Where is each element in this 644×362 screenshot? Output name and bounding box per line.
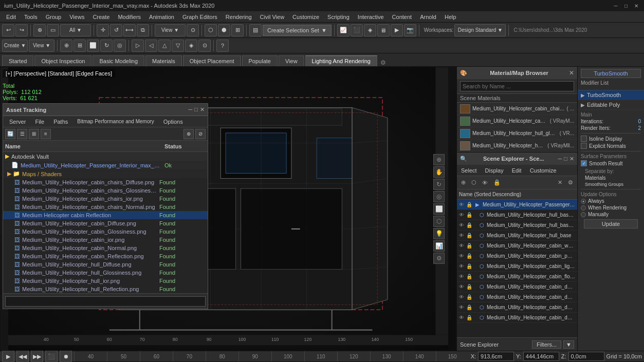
transform-button[interactable]: ⧉ (137, 24, 149, 36)
vp-light-btn[interactable]: 💡 (433, 228, 445, 239)
menu-customize[interactable]: Customize (288, 13, 323, 21)
se-eye-8[interactable]: 👁 (459, 294, 466, 300)
arc-rotate-btn[interactable]: ↻ (100, 40, 113, 52)
asset-menu-bitmap[interactable]: Bitmap Performance and Memory (73, 118, 158, 125)
mod-when-render-radio[interactable] (581, 205, 586, 211)
se-tb-eye[interactable]: 👁 (480, 179, 490, 187)
select-region-button[interactable]: ▭ (47, 24, 59, 36)
tl-x-field[interactable]: 913,6cm (478, 352, 514, 361)
render-setup-button[interactable]: 🖥 (377, 24, 390, 36)
asset-map-4[interactable]: 🖼 Medium Helicopter cabin Reflection Fou… (3, 211, 208, 219)
create-sel-set-button[interactable]: Create Selection Set ▼ (263, 25, 332, 36)
asset-panel-header[interactable]: Asset Tracking ─ □ ✕ (3, 104, 208, 116)
asset-minimize-btn[interactable]: ─ (189, 106, 193, 113)
asset-tb-right1[interactable]: ⊕ (183, 129, 194, 139)
vp-pan-btn[interactable]: ✋ (433, 166, 445, 178)
tab-started[interactable]: Started (2, 55, 33, 66)
array-button[interactable]: ⊞ (231, 24, 244, 36)
asset-maps-folder[interactable]: ▶ 📁 Maps / Shaders (3, 169, 208, 178)
tab-object-placement[interactable]: Object Placement (183, 55, 241, 66)
menu-arnold[interactable]: Arnold (416, 13, 440, 21)
create-sel-dropdown-icon[interactable]: ▼ (321, 27, 327, 33)
se-item-4[interactable]: 👁 🔒 ⬡ Medium_Utility_Helicopter_cabin_pa… (457, 251, 577, 261)
rotate-button[interactable]: ↺ (110, 24, 122, 36)
align-button[interactable]: ⬢ (218, 24, 230, 36)
menu-create[interactable]: Create (88, 13, 114, 21)
se-restore-btn[interactable]: □ (564, 156, 567, 162)
asset-path-input[interactable] (5, 296, 206, 307)
asset-tb-detail[interactable]: ≡ (41, 129, 51, 139)
se-item-3[interactable]: 👁 🔒 ⬡ Medium_Utility_Helicopter_cabin_wa… (457, 241, 577, 251)
asset-main-file[interactable]: 📄 Medium_Utility_Helicopter_Passenger_In… (3, 161, 208, 169)
material-editor-button[interactable]: ◈ (364, 24, 376, 36)
se-eye-10[interactable]: 👁 (459, 315, 466, 320)
curve-editor-button[interactable]: 📈 (337, 24, 349, 36)
menu-help[interactable]: Help (440, 13, 461, 21)
tl-auto-btn[interactable]: ⏺ (60, 350, 72, 362)
workspace-dropdown[interactable]: Design Standard ▼ (454, 24, 506, 36)
asset-map-1[interactable]: 🖼 Medium_Utility_Helicopter_cabin_chairs… (3, 186, 208, 195)
tb2-help-btn[interactable]: ? (216, 40, 229, 52)
mod-explicit-normals-checkbox[interactable] (581, 143, 587, 149)
menu-interactive[interactable]: Interactive (354, 13, 388, 21)
tb2-btn5[interactable]: ◈ (185, 40, 197, 52)
menu-modifiers[interactable]: Modifiers (114, 13, 145, 21)
se-eye-4[interactable]: 👁 (459, 253, 466, 259)
menu-civil-view[interactable]: Civil View (256, 13, 288, 21)
mod-smooth-result-checkbox[interactable] (581, 160, 587, 166)
se-tb-lock[interactable]: 🔒 (491, 178, 503, 187)
asset-tb-list[interactable]: ☰ (17, 129, 27, 139)
close-button[interactable]: ✕ (633, 2, 640, 9)
mat-search-input[interactable] (460, 81, 574, 91)
vp-zoom-btn[interactable]: ⊕ (433, 154, 445, 165)
menu-animation[interactable]: Animation (145, 13, 178, 21)
tb2-btn6[interactable]: ⊙ (198, 40, 211, 52)
vp-settings-btn[interactable]: ⚙ (433, 253, 445, 264)
tb2-btn4[interactable]: ▽ (172, 40, 184, 52)
pivot-button[interactable]: ⊙ (187, 24, 199, 36)
tl-prev-btn[interactable]: ◀◀ (16, 350, 29, 362)
asset-menu-file[interactable]: File (31, 118, 48, 126)
se-minimize-btn[interactable]: ─ (558, 156, 562, 162)
se-menu-customize[interactable]: Customize (526, 166, 561, 175)
se-list[interactable]: 👁 🔒 ▶ Medium_Utility_Helicopter_Passenge… (457, 200, 577, 337)
se-eye-9[interactable]: 👁 (459, 304, 466, 310)
asset-menu-options[interactable]: Options (159, 118, 187, 126)
undo-button[interactable]: ↩ (2, 24, 14, 36)
min-max-btn[interactable]: ⬜ (87, 40, 99, 52)
se-eye-2[interactable]: 👁 (459, 233, 466, 238)
asset-map-8[interactable]: 🖼 Medium_Utility_Helicopter_cabin_Normal… (3, 244, 208, 252)
asset-tb-refresh[interactable]: 🔄 (5, 129, 15, 139)
asset-map-13[interactable]: 🖼 Medium_Utility_Helicopter_hull_Reflect… (3, 285, 208, 293)
tl-track[interactable]: 40 50 60 70 80 90 100 110 120 130 140 15… (74, 351, 469, 361)
asset-map-0[interactable]: 🖼 Medium_Utility_Helicopter_cabin_chairs… (3, 178, 208, 186)
tl-z-field[interactable]: 0,0cm (568, 352, 604, 361)
viewport[interactable]: [+] [Perspective] [Standard] [Edged Face… (0, 67, 456, 351)
se-menu-display[interactable]: Display (481, 166, 508, 175)
mod-always-radio[interactable] (581, 199, 586, 204)
tl-y-field[interactable]: 444,146cm (523, 352, 559, 361)
se-item-root[interactable]: 👁 🔒 ▶ Medium_Utility_Helicopter_Passenge… (457, 200, 577, 210)
tab-populate[interactable]: Populate (242, 55, 278, 66)
se-eye-5[interactable]: 👁 (459, 263, 466, 269)
fov-btn[interactable]: ◎ (114, 40, 126, 52)
se-item-5[interactable]: 👁 🔒 ⬡ Medium_Utility_Helicopter_cabin_li… (457, 261, 577, 272)
se-close-btn[interactable]: ✕ (569, 156, 574, 162)
vp-stats-btn[interactable]: 📊 (433, 240, 445, 252)
asset-map-5[interactable]: 🖼 Medium_Utility_Helicopter_cabin_Diffus… (3, 219, 208, 227)
named-sel-button[interactable]: ▤ (249, 24, 262, 36)
se-filter-extra-btn[interactable]: ▼ (563, 340, 574, 349)
se-item-2[interactable]: 👁 🔒 ⬡ Medium_Utility_Helicopter_hull_bas… (457, 231, 577, 241)
schematic-button[interactable]: ⬛ (351, 24, 363, 36)
create-btn[interactable]: Create ▼ (2, 40, 28, 52)
se-item-1[interactable]: 👁 🔒 ⬡ Medium_Utility_Helicopter_hull_bas… (457, 220, 577, 231)
tb2-btn2[interactable]: ◁ (145, 40, 157, 52)
se-item-7[interactable]: 👁 🔒 ⬡ Medium_Utility_Helicopter_cabin_do… (457, 282, 577, 292)
vp-wireframe-btn[interactable]: ⬡ (433, 216, 445, 227)
menu-scripting[interactable]: Scripting (323, 13, 354, 21)
vp-orbit-btn[interactable]: ↻ (433, 179, 445, 190)
tab-materials[interactable]: Materials (145, 55, 182, 66)
se-item-0[interactable]: 👁 🔒 ⬡ Medium_Utility_Helicopter_hull_bas… (457, 210, 577, 220)
se-item-6[interactable]: 👁 🔒 ⬡ Medium_Utility_Helicopter_cabin_fl… (457, 272, 577, 282)
menu-content[interactable]: Content (388, 13, 416, 21)
